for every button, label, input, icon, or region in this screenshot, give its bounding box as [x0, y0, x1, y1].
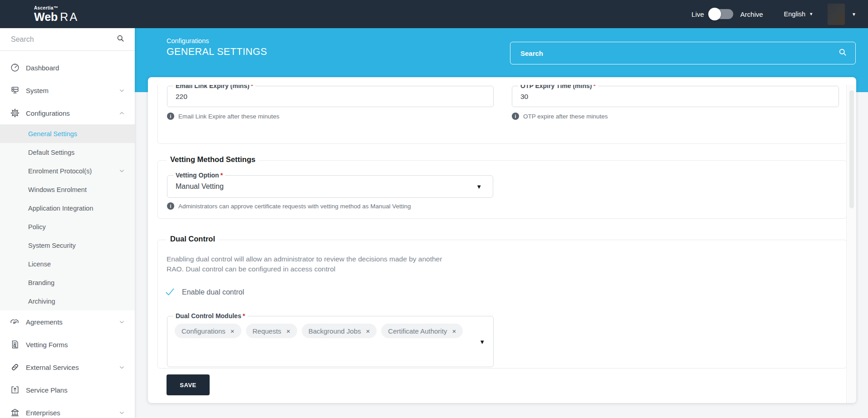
chevron-down-icon	[119, 88, 125, 93]
chevron-up-icon	[119, 110, 125, 116]
sidebar-item-default-settings[interactable]: Default Settings	[0, 143, 135, 162]
otp-expiry-label: OTP Expiry Time (mins)*	[518, 85, 598, 89]
sidebar-item-label: Vetting Forms	[26, 341, 68, 349]
document-search-icon	[10, 339, 20, 350]
user-avatar[interactable]	[828, 4, 845, 25]
chevron-down-icon	[119, 364, 125, 370]
dual-control-modules-select[interactable]: Dual Control Modules* Configurations× Re…	[167, 316, 494, 367]
sidebar-search[interactable]	[0, 28, 135, 51]
sidebar-item-agreements[interactable]: Agreements	[0, 310, 135, 333]
sidebar-item-label: Service Plans	[26, 386, 68, 394]
chevron-down-icon	[119, 168, 125, 174]
user-menu-caret-icon[interactable]: ▼	[852, 12, 856, 17]
info-icon: i	[512, 113, 519, 120]
sidebar-item-license[interactable]: License	[0, 255, 135, 273]
sidebar-item-windows-enrolment[interactable]: Windows Enrolment	[0, 180, 135, 199]
remove-tag-icon[interactable]: ×	[452, 328, 456, 334]
sidebar-item-label: System	[26, 87, 49, 94]
enable-dual-control-checkbox[interactable]: Enable dual control	[165, 287, 244, 297]
vetting-section-title: Vetting Method Settings	[167, 155, 259, 164]
otp-expiry-field[interactable]: OTP Expiry Time (mins)* 30	[512, 86, 839, 107]
enable-dual-control-label: Enable dual control	[182, 288, 244, 296]
sidebar-item-vetting-forms[interactable]: Vetting Forms	[0, 333, 135, 356]
sidebar-search-input[interactable]	[11, 35, 116, 44]
chevron-down-icon: ▼	[809, 12, 813, 16]
otp-expiry-value[interactable]: 30	[520, 93, 528, 101]
module-tag[interactable]: Background Jobs×	[302, 324, 377, 338]
vetting-option-label: Vetting Option*	[173, 172, 225, 179]
check-icon	[165, 287, 175, 297]
header-search-input[interactable]	[520, 49, 838, 57]
archive-label: Archive	[740, 10, 763, 18]
sidebar-item-external-services[interactable]: External Services	[0, 356, 135, 379]
required-asterisk: *	[593, 85, 595, 89]
configurations-submenu: General Settings Default Settings Enrolm…	[0, 124, 135, 310]
server-icon	[10, 85, 20, 96]
save-button[interactable]: SAVE	[167, 374, 210, 395]
info-icon: i	[167, 202, 174, 210]
language-dropdown[interactable]: English ▼	[784, 10, 813, 18]
vetting-option-select[interactable]: Vetting Option* Manual Vetting ▼	[167, 175, 493, 198]
email-link-expiry-help: i Email Link Expire after these minutes	[167, 113, 280, 120]
scrollbar-thumb[interactable]	[849, 90, 854, 208]
sidebar-item-label: External Services	[26, 364, 79, 371]
module-tag[interactable]: Requests×	[246, 324, 297, 338]
sidebar-item-configurations[interactable]: Configurations	[0, 102, 135, 124]
toggle-knob[interactable]	[708, 8, 721, 20]
sidebar-item-policy[interactable]: Policy	[0, 217, 135, 236]
card-scrollbar[interactable]	[846, 85, 856, 403]
sidebar-item-enterprises[interactable]: Enterprises	[0, 401, 135, 418]
sidebar-item-archiving[interactable]: Archiving	[0, 292, 135, 310]
brand-company: Ascertia™	[34, 6, 78, 10]
required-asterisk: *	[251, 85, 253, 89]
dashboard-icon	[10, 63, 20, 73]
package-up-icon	[10, 385, 20, 395]
sidebar-item-system-security[interactable]: System Security	[0, 236, 135, 255]
sidebar-item-branding[interactable]: Branding	[0, 273, 135, 292]
sidebar-item-general-settings[interactable]: General Settings	[0, 124, 135, 143]
live-archive-toggle[interactable]	[710, 9, 733, 19]
chevron-down-icon	[119, 319, 125, 325]
sidebar-item-label: Configurations	[26, 109, 70, 117]
search-icon[interactable]	[116, 34, 125, 44]
app-logo[interactable]: Ascertia™ WebRA	[34, 6, 78, 23]
settings-card: Email Link Expiry (mins)* 220 OTP Expiry…	[148, 77, 856, 403]
required-asterisk: *	[221, 172, 223, 179]
email-link-expiry-label: Email Link Expiry (mins)*	[173, 85, 255, 89]
sidebar-item-label: Enterprises	[26, 409, 60, 417]
module-tag[interactable]: Certificate Authority×	[381, 324, 463, 338]
email-link-expiry-value[interactable]: 220	[176, 93, 187, 101]
link-icon	[10, 362, 20, 373]
sidebar-item-service-plans[interactable]: Service Plans	[0, 379, 135, 401]
header-search[interactable]	[510, 42, 856, 64]
sidebar-item-enrolment-protocols[interactable]: Enrolment Protocol(s)	[0, 162, 135, 180]
dropdown-caret-icon[interactable]: ▼	[476, 183, 482, 190]
sidebar-item-application-integration[interactable]: Application Integration	[0, 199, 135, 217]
sidebar-item-label: Dashboard	[26, 64, 59, 72]
expiry-settings-panel: Email Link Expiry (mins)* 220 OTP Expiry…	[157, 85, 846, 144]
search-icon[interactable]	[838, 48, 847, 59]
info-icon: i	[167, 113, 174, 120]
dual-control-description: Enabling dual control will allow an admi…	[167, 254, 442, 274]
page-title: GENERAL SETTINGS	[167, 46, 267, 58]
scroll-viewport: Email Link Expiry (mins)* 220 OTP Expiry…	[148, 85, 846, 403]
language-label: English	[784, 10, 806, 18]
chevron-down-icon	[119, 410, 125, 416]
brand-product: WebRA	[34, 11, 78, 23]
dual-control-section-title: Dual Control	[167, 235, 219, 243]
handshake-icon	[10, 317, 20, 327]
breadcrumb[interactable]: Configurations	[167, 37, 209, 44]
remove-tag-icon[interactable]: ×	[286, 328, 290, 334]
sidebar-item-label: Agreements	[26, 318, 63, 326]
email-link-expiry-field[interactable]: Email Link Expiry (mins)* 220	[167, 86, 494, 107]
module-tag[interactable]: Configurations×	[175, 324, 241, 338]
dropdown-caret-icon[interactable]: ▼	[479, 338, 485, 345]
vetting-option-value: Manual Vetting	[176, 182, 224, 191]
remove-tag-icon[interactable]: ×	[230, 328, 235, 334]
remove-tag-icon[interactable]: ×	[366, 328, 370, 334]
otp-expiry-help: i OTP expire after these minutes	[512, 113, 608, 120]
dual-control-modules-label: Dual Control Modules*	[173, 312, 247, 320]
sidebar-item-system[interactable]: System	[0, 79, 135, 102]
live-label: Live	[691, 10, 704, 18]
sidebar-item-dashboard[interactable]: Dashboard	[0, 56, 135, 79]
